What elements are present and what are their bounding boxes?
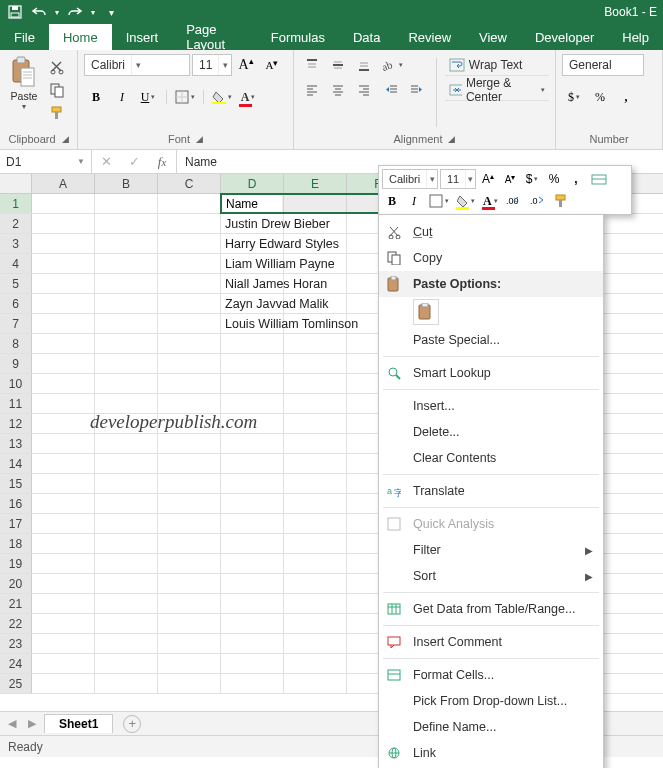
cell[interactable] (158, 654, 221, 673)
cell[interactable] (221, 514, 284, 533)
cell[interactable] (221, 334, 284, 353)
row-header[interactable]: 7 (0, 314, 32, 333)
cell[interactable] (284, 614, 347, 633)
cell[interactable] (221, 574, 284, 593)
cell[interactable] (158, 374, 221, 393)
cell[interactable]: Niall James Horan (221, 274, 284, 293)
new-sheet-button[interactable]: + (123, 715, 141, 733)
cell[interactable] (95, 494, 158, 513)
row-header[interactable]: 20 (0, 574, 32, 593)
enter-formula-button[interactable]: ✓ (120, 154, 148, 169)
comma-button[interactable]: , (614, 86, 638, 108)
cell[interactable] (32, 594, 95, 613)
cell[interactable] (158, 514, 221, 533)
row-header[interactable]: 12 (0, 414, 32, 433)
cell[interactable] (284, 594, 347, 613)
cell[interactable] (32, 494, 95, 513)
clipboard-launcher[interactable]: ◢ (62, 134, 69, 144)
tab-help[interactable]: Help (608, 24, 663, 50)
cell[interactable] (221, 674, 284, 693)
copy-button[interactable] (46, 79, 68, 101)
row-header[interactable]: 21 (0, 594, 32, 613)
borders-button[interactable]: ▾ (173, 86, 197, 108)
cell[interactable] (158, 294, 221, 313)
align-center-button[interactable] (326, 79, 350, 101)
cell[interactable] (284, 454, 347, 473)
cell[interactable] (158, 594, 221, 613)
font-launcher[interactable]: ◢ (196, 134, 203, 144)
row-header[interactable]: 10 (0, 374, 32, 393)
redo-button[interactable] (64, 1, 86, 23)
cell[interactable] (284, 674, 347, 693)
cell[interactable] (284, 634, 347, 653)
cell[interactable] (32, 374, 95, 393)
cell[interactable] (32, 634, 95, 653)
col-header[interactable]: D (221, 174, 284, 193)
mini-fill-color[interactable]: ▾ (454, 191, 478, 211)
row-header[interactable]: 23 (0, 634, 32, 653)
cell[interactable] (221, 494, 284, 513)
ctx-copy[interactable]: Copy (379, 245, 603, 271)
cell[interactable] (284, 494, 347, 513)
cell[interactable] (95, 594, 158, 613)
row-header[interactable]: 4 (0, 254, 32, 273)
cell[interactable] (221, 374, 284, 393)
cell[interactable] (158, 474, 221, 493)
tab-developer[interactable]: Developer (521, 24, 608, 50)
row-header[interactable]: 25 (0, 674, 32, 693)
mini-format-painter[interactable] (551, 191, 571, 211)
cell[interactable] (32, 214, 95, 233)
decrease-font-button[interactable]: A▾ (260, 54, 284, 76)
save-icon[interactable] (4, 1, 26, 23)
cell[interactable] (32, 574, 95, 593)
orientation-button[interactable]: ab▾ (380, 54, 404, 76)
cell[interactable] (284, 414, 347, 433)
tab-file[interactable]: File (0, 24, 49, 50)
increase-font-button[interactable]: A▴ (234, 54, 258, 76)
cell[interactable] (95, 454, 158, 473)
row-header[interactable]: 11 (0, 394, 32, 413)
cell[interactable] (158, 494, 221, 513)
col-header[interactable]: A (32, 174, 95, 193)
cell[interactable] (32, 514, 95, 533)
mini-increase-decimal[interactable]: .0 (527, 191, 549, 211)
name-box[interactable]: D1 ▼ (0, 150, 92, 173)
paste-default-button[interactable] (413, 299, 439, 325)
row-header[interactable]: 16 (0, 494, 32, 513)
cell[interactable]: Zayn Javvad Malik (221, 294, 284, 313)
format-painter-button[interactable] (46, 102, 68, 124)
mini-borders[interactable]: ▾ (426, 191, 452, 211)
row-header[interactable]: 15 (0, 474, 32, 493)
insert-function-button[interactable]: fx (148, 154, 176, 170)
align-left-button[interactable] (300, 79, 324, 101)
increase-indent-button[interactable] (404, 79, 428, 101)
cell[interactable] (95, 194, 158, 213)
row-header[interactable]: 1 (0, 194, 32, 213)
paste-button[interactable]: Paste ▾ (6, 54, 42, 111)
row-header[interactable]: 13 (0, 434, 32, 453)
percent-button[interactable]: % (588, 86, 612, 108)
redo-dropdown[interactable]: ▾ (88, 1, 98, 23)
cell[interactable] (284, 434, 347, 453)
mini-italic[interactable]: I (404, 191, 424, 211)
cell[interactable] (95, 214, 158, 233)
align-right-button[interactable] (352, 79, 376, 101)
tab-formulas[interactable]: Formulas (257, 24, 339, 50)
cell[interactable] (95, 234, 158, 253)
ctx-define-name[interactable]: Define Name... (379, 714, 603, 740)
cell[interactable] (158, 534, 221, 553)
cell[interactable] (158, 674, 221, 693)
cell[interactable] (158, 334, 221, 353)
row-header[interactable]: 14 (0, 454, 32, 473)
cell[interactable] (95, 554, 158, 573)
cell[interactable] (32, 254, 95, 273)
cell[interactable] (284, 394, 347, 413)
mini-format-cells[interactable] (588, 169, 610, 189)
ctx-format-cells[interactable]: Format Cells... (379, 662, 603, 688)
cell[interactable] (95, 534, 158, 553)
cell[interactable] (284, 474, 347, 493)
font-name-combo[interactable]: Calibri▾ (84, 54, 190, 76)
row-header[interactable]: 18 (0, 534, 32, 553)
cell[interactable] (158, 354, 221, 373)
cell[interactable] (95, 614, 158, 633)
